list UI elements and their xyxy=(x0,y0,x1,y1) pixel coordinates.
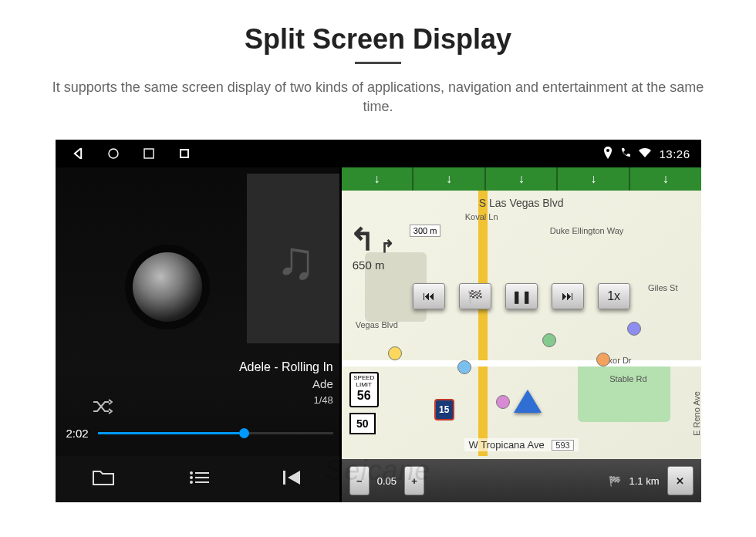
close-nav-button[interactable]: ✕ xyxy=(667,466,694,495)
device-frame: 13:26 ♫ Adele - Rolling In Ade 1/48 2:02 xyxy=(56,140,701,502)
seek-bar[interactable] xyxy=(98,432,333,434)
nav-bottom-bar: − 0.05 + 🏁 1.1 km ✕ xyxy=(342,459,701,502)
lane-arrow-icon: ↓ xyxy=(413,167,486,191)
route-50-shield: 50 xyxy=(349,413,376,434)
road-label: Giles St xyxy=(648,283,678,292)
remaining-distance: 1.1 km xyxy=(629,475,659,487)
road-label: Koval Ln xyxy=(465,212,498,221)
lane-arrow-icon: ↓ xyxy=(630,167,701,191)
turn-indicator: ↰ ↱ xyxy=(349,221,394,257)
svg-rect-8 xyxy=(195,477,209,478)
back-icon[interactable] xyxy=(71,147,85,160)
phone-icon xyxy=(620,147,631,160)
previous-track-icon[interactable] xyxy=(283,469,302,489)
status-clock: 13:26 xyxy=(659,147,690,160)
svg-rect-1 xyxy=(144,149,154,158)
music-bottom-bar xyxy=(56,456,339,502)
page-subtitle: It supports the same screen display of t… xyxy=(46,78,710,117)
speed-1x-button[interactable]: 1x xyxy=(598,283,630,309)
svg-rect-6 xyxy=(195,472,209,474)
approach-distance: 650 m xyxy=(353,258,385,272)
svg-point-9 xyxy=(190,481,193,484)
volume-knob[interactable] xyxy=(133,252,202,322)
road-label: Vegas Blvd xyxy=(356,320,398,329)
svg-rect-3 xyxy=(181,150,187,157)
street-name-bottom: W Tropicana Ave 593 xyxy=(464,438,579,451)
wifi-icon xyxy=(639,147,651,160)
speed-limit-label: SPEED LIMIT xyxy=(351,375,377,389)
playlist-icon[interactable] xyxy=(189,470,209,488)
page-title: Split Screen Display xyxy=(0,23,756,56)
track-title: Adele - Rolling In xyxy=(239,360,333,374)
svg-point-0 xyxy=(109,149,118,158)
navigation-pane[interactable]: ↓ ↓ ↓ ↓ ↓ S Las Vegas Blvd ↰ ↱ 300 m 650… xyxy=(342,167,701,502)
progress-row: 2:02 xyxy=(66,427,333,440)
zoom-in-button[interactable]: + xyxy=(404,466,424,495)
skip-forward-button[interactable]: ⏭ xyxy=(552,283,584,309)
map-road-vertical xyxy=(478,167,488,456)
seek-handle[interactable] xyxy=(239,428,249,438)
turn-next-icon: ↱ xyxy=(380,237,394,257)
skip-back-button[interactable]: ⏮ xyxy=(413,283,445,309)
house-number: 593 xyxy=(552,440,573,451)
pause-button[interactable]: ❚❚ xyxy=(505,283,538,309)
map-background xyxy=(342,167,701,502)
destination-flag-icon: 🏁 xyxy=(609,475,621,487)
track-index: 1/48 xyxy=(313,394,332,406)
location-icon xyxy=(603,147,613,161)
svg-point-4 xyxy=(606,149,609,152)
svg-point-7 xyxy=(190,476,193,479)
shuffle-icon[interactable] xyxy=(93,399,113,419)
next-turn-distance: 300 m xyxy=(410,225,441,237)
lane-arrow-icon: ↓ xyxy=(486,167,559,191)
page-header: Split Screen Display It supports the sam… xyxy=(0,0,756,117)
svg-rect-11 xyxy=(283,471,285,485)
zoom-out-button[interactable]: − xyxy=(349,466,370,495)
folder-icon[interactable] xyxy=(93,469,114,489)
android-statusbar: 13:26 xyxy=(56,140,701,167)
street-bottom-text: W Tropicana Ave xyxy=(469,439,545,451)
street-name-top: S Las Vegas Blvd xyxy=(479,197,564,209)
music-note-icon: ♫ xyxy=(275,229,316,291)
road-label: Duke Ellington Way xyxy=(550,226,624,235)
track-artist: Ade xyxy=(312,377,333,390)
speed-limit-sign: SPEED LIMIT 56 xyxy=(349,372,379,407)
map-road-horizontal xyxy=(342,360,701,366)
turn-left-icon: ↰ xyxy=(349,221,376,257)
road-label: E Reno Ave xyxy=(692,391,701,436)
picture-icon[interactable] xyxy=(177,147,191,160)
speed-limit-value: 56 xyxy=(351,389,377,403)
current-position-arrow xyxy=(514,390,542,413)
svg-point-5 xyxy=(190,471,193,475)
music-pane: ♫ Adele - Rolling In Ade 1/48 2:02 xyxy=(56,167,339,502)
interstate-15-shield: 15 xyxy=(434,399,454,420)
lane-guidance-bar: ↓ ↓ ↓ ↓ ↓ xyxy=(342,167,701,191)
map-control-buttons: ⏮ 🏁 ❚❚ ⏭ 1x xyxy=(413,283,630,309)
road-label: Stable Rd xyxy=(609,374,646,383)
destination-flag-button[interactable]: 🏁 xyxy=(459,283,491,309)
seek-fill xyxy=(98,432,239,434)
title-underline xyxy=(355,62,401,64)
lane-arrow-icon: ↓ xyxy=(558,167,630,191)
elapsed-time: 2:02 xyxy=(66,427,89,440)
recent-apps-icon[interactable] xyxy=(142,147,156,160)
zoom-level: 0.05 xyxy=(377,475,397,487)
lane-arrow-icon: ↓ xyxy=(342,167,414,191)
map-park xyxy=(578,360,670,422)
svg-rect-10 xyxy=(195,481,209,483)
home-icon[interactable] xyxy=(106,147,120,160)
